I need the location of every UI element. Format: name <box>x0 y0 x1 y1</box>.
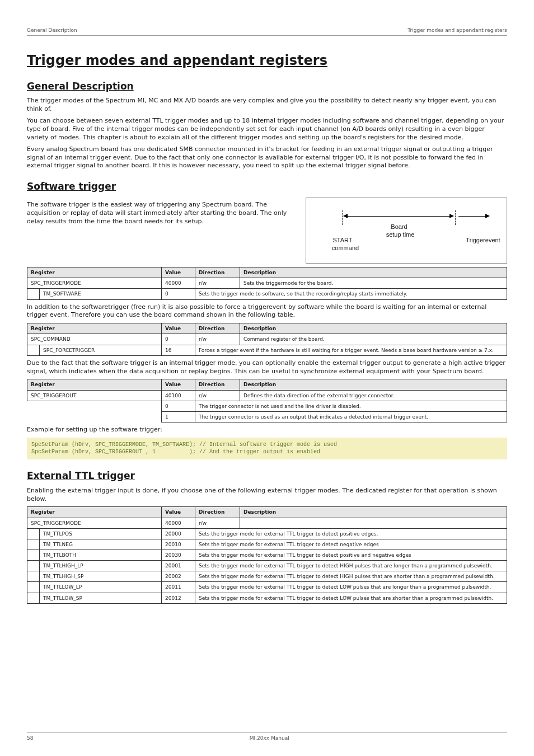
example-caption: Example for setting up the software trig… <box>27 426 507 434</box>
section-external: External TTL trigger <box>27 469 507 482</box>
table-row: TM_TTLPOS20000Sets the trigger mode for … <box>27 528 507 539</box>
running-right: Trigger modes and appendant registers <box>407 27 507 34</box>
external-intro: Enabling the external trigger input is d… <box>27 487 507 504</box>
table-row: TM_TTLNEG20010Sets the trigger mode for … <box>27 539 507 550</box>
table-row: SPC_TRIGGEROUT 40100 r/w Defines the dat… <box>27 390 507 401</box>
table-row: SPC_TRIGGERMODE 40000 r/w <box>27 518 507 528</box>
register-table-1: Register Value Direction Description SPC… <box>27 267 507 289</box>
register-table-1b: TM_SOFTWARE 0 Sets the trigger mode to s… <box>27 288 507 299</box>
footer-page: 58 <box>27 735 33 741</box>
diagram-label-trigger: Triggerevent <box>461 236 505 245</box>
th-direction: Direction <box>195 267 240 278</box>
table-row: 1 The trigger connector is used as an ou… <box>27 411 507 422</box>
general-p3: Every analog Spectrum board has one dedi… <box>27 145 507 171</box>
table-row: TM_TTLLOW_LP20011Sets the trigger mode f… <box>27 582 507 593</box>
diagram-label-board: Board <box>377 223 421 231</box>
section-software: Software trigger <box>27 180 507 193</box>
running-left: General Description <box>27 27 77 34</box>
table-row: SPC_COMMAND 0 r/w Command register of th… <box>27 334 507 345</box>
diagram-label-start: START <box>323 236 362 245</box>
table-row: TM_TTLLOW_SP20012Sets the trigger mode f… <box>27 593 507 603</box>
th-register: Register <box>27 267 162 278</box>
running-header: General Description Trigger modes and ap… <box>27 27 507 34</box>
diagram-label-setup: setup time <box>372 231 428 239</box>
register-table-4: Register Value Direction Description SPC… <box>27 506 507 528</box>
table-row: TM_TTLHIGH_LP20001Sets the trigger mode … <box>27 561 507 571</box>
register-table-2b: SPC_FORCETRIGGER 16 Forces a trigger eve… <box>27 345 507 356</box>
register-table-3: Register Value Direction Description SPC… <box>27 379 507 422</box>
th-value: Value <box>162 267 195 278</box>
table-row: 0 The trigger connector is not used and … <box>27 401 507 411</box>
th-description: Description <box>240 267 507 278</box>
section-general: General Description <box>27 80 507 93</box>
table-row: SPC_TRIGGERMODE 40000 r/w Sets the trigg… <box>27 278 507 289</box>
diagram-label-command: command <box>323 244 368 252</box>
table-row: TM_TTLBOTH20030Sets the trigger mode for… <box>27 550 507 560</box>
table-row: TM_TTLHIGH_SP20002Sets the trigger mode … <box>27 571 507 582</box>
software-after-t2: Due to the fact that the software trigge… <box>27 359 507 376</box>
software-after-t1: In addition to the softwaretrigger (free… <box>27 303 507 320</box>
code-block: SpcSetParam (hDrv, SPC_TRIGGERMODE, TM_S… <box>27 438 507 459</box>
page-title: Trigger modes and appendant registers <box>27 51 507 69</box>
table-row: SPC_FORCETRIGGER 16 Forces a trigger eve… <box>27 345 507 355</box>
page-footer: 58 MI.20xx Manual . <box>27 732 507 741</box>
general-p1: The trigger modes of the Spectrum MI, MC… <box>27 97 507 114</box>
register-table-2: Register Value Direction Description SPC… <box>27 323 507 345</box>
software-intro: The software trigger is the easiest way … <box>27 201 294 226</box>
register-table-4b: TM_TTLPOS20000Sets the trigger mode for … <box>27 528 507 604</box>
timing-diagram: Board setup time Triggerevent START comm… <box>306 198 507 264</box>
general-p2: You can choose between seven external TT… <box>27 117 507 142</box>
footer-manual: MI.20xx Manual <box>250 735 289 741</box>
table-row: TM_SOFTWARE 0 Sets the trigger mode to s… <box>27 289 507 299</box>
